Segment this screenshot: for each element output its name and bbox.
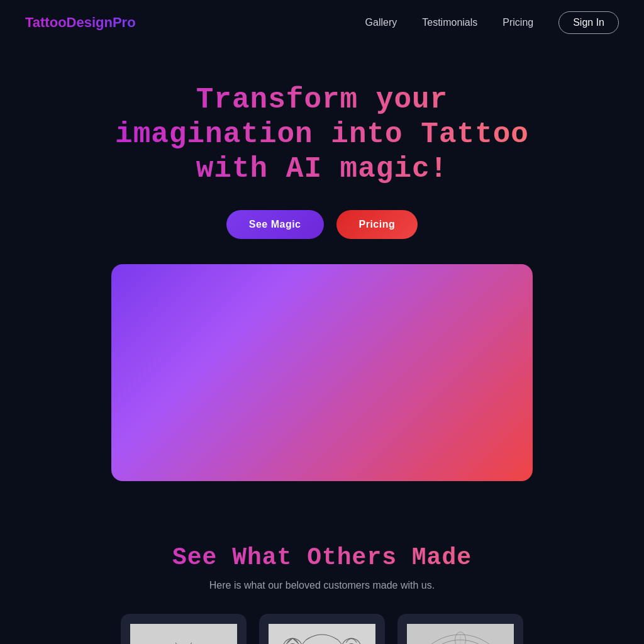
- see-magic-button[interactable]: See Magic: [226, 210, 324, 239]
- nav-link-gallery[interactable]: Gallery: [365, 17, 397, 28]
- hero-title: Transform your imagination into Tattoo w…: [96, 83, 548, 187]
- svg-rect-11: [269, 624, 375, 644]
- logo[interactable]: TattooDesignPro: [25, 14, 136, 31]
- gallery-title: See What Others Made: [25, 544, 619, 571]
- dragon-svg: [130, 624, 237, 644]
- gallery-section: See What Others Made Here is what our be…: [0, 506, 644, 644]
- pricing-button[interactable]: Pricing: [336, 210, 418, 239]
- gallery-subtitle: Here is what our beloved customers made …: [25, 580, 619, 591]
- nav-links: Gallery Testimonials Pricing Sign In: [365, 11, 619, 34]
- gallery-grid: [25, 614, 619, 644]
- signin-button[interactable]: Sign In: [558, 11, 619, 34]
- nav-link-testimonials[interactable]: Testimonials: [422, 17, 477, 28]
- hero-section: Transform your imagination into Tattoo w…: [0, 45, 644, 506]
- hero-buttons: See Magic Pricing: [226, 210, 418, 239]
- gallery-item-wolf: [397, 614, 523, 644]
- svg-rect-0: [130, 624, 237, 644]
- gallery-item-woman: [259, 614, 385, 644]
- navbar: TattooDesignPro Gallery Testimonials Pri…: [0, 0, 644, 45]
- wolf-svg: [407, 624, 514, 644]
- gallery-item-dragon: [121, 614, 247, 644]
- woman-svg: [269, 624, 375, 644]
- nav-link-pricing[interactable]: Pricing: [502, 17, 533, 28]
- hero-gradient-card: [111, 264, 533, 481]
